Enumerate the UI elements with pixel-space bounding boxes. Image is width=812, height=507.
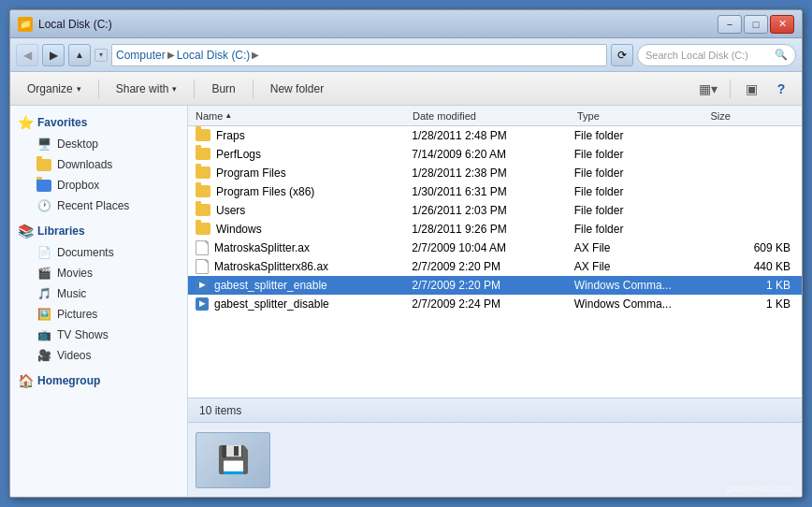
file-type: File folder [574,148,624,161]
file-type-cell: File folder [574,167,704,180]
table-row[interactable]: MatroskaSplitter.ax 2/7/2009 10:04 AM AX… [188,239,802,257]
sidebar-documents-label: Documents [57,246,114,259]
file-size: 1 KB [766,279,790,292]
item-count: 10 items [199,404,241,417]
sidebar-item-videos[interactable]: 🎥 Videos [10,345,187,366]
sidebar-item-music[interactable]: 🎵 Music [10,283,187,304]
views-button[interactable]: ▦▾ [694,78,722,100]
table-row[interactable]: Fraps 1/28/2011 2:48 PM File folder [188,126,802,145]
sidebar-recent-label: Recent Places [57,199,129,212]
maximize-button[interactable]: □ [744,15,768,34]
close-button[interactable]: ✕ [770,15,794,34]
file-date-cell: 1/26/2011 2:03 PM [412,204,573,217]
documents-icon: 📄 [36,245,51,260]
back-button[interactable]: ◀ [16,44,38,66]
file-name-cell: MatroskaSplitterx86.ax [192,259,412,274]
file-type-cell: File folder [574,223,704,236]
file-name-cell: ▶ gabest_splitter_enable [192,279,412,292]
sidebar-favorites-header[interactable]: ⭐ Favorites [10,111,187,134]
table-row[interactable]: Users 1/26/2011 2:03 PM File folder [188,201,802,220]
file-type: Windows Comma... [574,297,672,311]
folder-icon [196,223,210,235]
file-date: 2/7/2009 2:20 PM [412,279,500,292]
table-row[interactable]: PerfLogs 7/14/2009 6:20 AM File folder [188,145,802,164]
sidebar-homegroup-label: Homegroup [37,374,100,387]
table-row[interactable]: Windows 1/28/2011 9:26 PM File folder [188,220,802,239]
breadcrumb-dropdown[interactable]: ▾ [94,49,108,62]
table-row[interactable]: ▶ gabest_splitter_enable 2/7/2009 2:20 P… [188,276,802,295]
column-type-header[interactable]: Type [573,106,706,125]
new-folder-button[interactable]: New folder [261,76,333,102]
file-date-cell: 7/14/2009 6:20 AM [412,148,573,161]
script-icon: ▶ [196,279,209,292]
table-row[interactable]: Program Files (x86) 1/30/2011 6:31 PM Fi… [188,182,802,201]
sidebar-item-pictures[interactable]: 🖼️ Pictures [10,304,187,325]
breadcrumb-computer[interactable]: Computer [116,49,166,62]
file-name: gabest_splitter_enable [214,279,327,292]
sidebar-libraries-section: 📚 Libraries 📄 Documents 🎬 Movies 🎵 Music… [10,220,187,366]
breadcrumb-localdisk[interactable]: Local Disk (C:) [177,49,251,62]
file-type: File folder [574,185,624,198]
column-date-header[interactable]: Date modified [409,106,573,125]
file-icon [196,240,209,255]
file-type-cell: File folder [574,204,704,217]
sidebar-item-movies[interactable]: 🎬 Movies [10,263,187,283]
search-box[interactable]: Search Local Disk (C:) 🔍 [637,44,796,66]
sidebar-item-downloads[interactable]: Downloads [10,154,187,175]
sidebar-pictures-label: Pictures [57,308,97,321]
watermark: groovyPost.com [726,484,793,494]
folder-icon [196,167,210,179]
addressbar: ◀ ▶ ▲ ▾ Computer ▶ Local Disk (C:) ▶ ⟳ S… [10,38,802,72]
toolbar-sep-4 [730,80,731,98]
file-date: 1/28/2011 9:26 PM [412,223,506,236]
organize-button[interactable]: Organize ▾ [18,76,91,102]
burn-button[interactable]: Burn [202,76,244,102]
sidebar-item-documents[interactable]: 📄 Documents [10,242,187,263]
file-date-cell: 1/28/2011 9:26 PM [412,223,573,236]
column-size-header[interactable]: Size [706,106,798,125]
sidebar-item-recent-places[interactable]: 🕐 Recent Places [10,196,187,216]
refresh-button[interactable]: ⟳ [611,44,633,66]
favorites-icon: ⭐ [18,115,34,130]
sidebar-homegroup-section: 🏠 Homegroup [10,369,187,392]
file-type: Windows Comma... [574,279,672,292]
forward-button[interactable]: ▶ [42,44,65,66]
share-label: Share with [116,82,169,95]
tvshows-icon: 📺 [36,327,51,342]
music-icon: 🎵 [36,286,51,301]
column-name-header[interactable]: Name ▲ [192,106,409,125]
file-name: gabest_splitter_disable [214,297,329,311]
organize-chevron: ▾ [77,84,81,94]
table-row[interactable]: MatroskaSplitterx86.ax 2/7/2009 2:20 PM … [188,257,802,276]
folder-icon [196,148,210,160]
preview-pane-button[interactable]: ▣ [738,78,764,100]
file-date-cell: 1/30/2011 6:31 PM [412,185,573,198]
file-date: 1/28/2011 2:48 PM [412,129,506,142]
up-button[interactable]: ▲ [68,44,91,66]
sidebar-homegroup-header[interactable]: 🏠 Homegroup [10,369,187,392]
sidebar-downloads-label: Downloads [57,158,112,171]
table-row[interactable]: Program Files 1/28/2011 2:38 PM File fol… [188,164,802,182]
toolbar: Organize ▾ Share with ▾ Burn New folder … [10,72,802,106]
content: ⭐ Favorites 🖥️ Desktop Downloads [10,106,802,497]
minimize-button[interactable]: − [718,15,742,34]
recent-places-icon: 🕐 [36,198,51,213]
table-row[interactable]: ▶ gabest_splitter_disable 2/7/2009 2:24 … [188,295,802,313]
movies-icon: 🎬 [36,266,51,281]
desktop-icon: 🖥️ [36,137,51,152]
file-date: 1/26/2011 2:03 PM [412,204,506,217]
sidebar-tvshows-label: TV Shows [57,328,109,341]
sidebar-item-desktop[interactable]: 🖥️ Desktop [10,134,187,154]
file-icon [196,259,209,274]
file-type: File folder [574,167,624,180]
file-type-cell: File folder [574,129,704,142]
sidebar-item-tvshows[interactable]: 📺 TV Shows [10,325,187,345]
help-button[interactable]: ? [768,78,794,100]
titlebar-title: Local Disk (C:) [38,18,112,31]
sidebar-libraries-header[interactable]: 📚 Libraries [10,220,187,242]
share-button[interactable]: Share with ▾ [107,76,187,102]
sidebar-item-dropbox[interactable]: Dropbox [10,175,187,196]
file-date-cell: 2/7/2009 2:20 PM [412,260,573,273]
script-icon: ▶ [196,297,209,311]
toolbar-sep-3 [253,80,254,98]
